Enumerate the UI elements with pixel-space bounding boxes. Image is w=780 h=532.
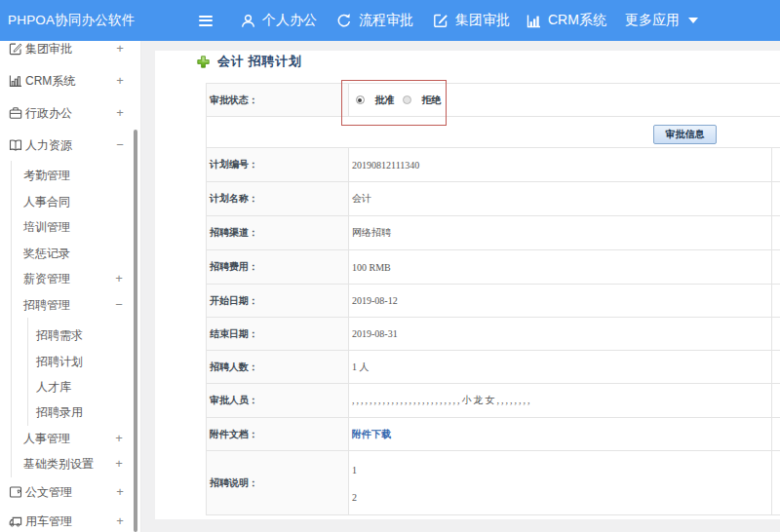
form-row-attachment: 附件文档： 附件下载 [207,418,780,451]
sidebar-item-label: 招聘需求 [36,327,83,343]
sidebar-item-label: 薪资管理 [23,271,70,286]
sidebar-item-label: 人才库 [36,379,71,395]
table-cell-empty [772,451,780,515]
sidebar-scrollbar-thumb[interactable] [134,130,137,532]
field-label: 招聘费用： [207,250,349,285]
submenu-recruit: 招聘需求 招聘计划 人才库 招聘录用 [27,318,140,426]
collapse-toggle[interactable]: − [114,137,126,153]
field-value: 2019-08-12 [349,285,772,318]
field-label: 审批人员： [207,384,349,418]
sidebar-item-label: 招聘录用 [36,404,83,420]
expand-toggle[interactable]: + [113,456,125,472]
sidebar-menu: 集团审批 + CRM系统 + 行政办公 + 人 [0,41,141,532]
sidebar-menu-list: 集团审批 + CRM系统 + 行政办公 + 人 [0,41,140,532]
table-cell-empty [772,182,780,216]
nav-label: 更多应用 [625,12,680,29]
form-row-description: 招聘说明： 1 2 [207,451,780,515]
radio-approve[interactable] [356,95,365,104]
sidebar-item-label: CRM系统 [25,73,75,89]
table-cell-empty [772,384,780,418]
nav-crm-system[interactable]: CRM系统 [526,0,606,41]
sidebar-item-label: 培训管理 [23,219,70,235]
table-cell-empty [772,351,780,384]
sidebar-item-recruit-mgmt[interactable]: 招聘管理− [12,292,140,319]
cycle-icon [336,13,352,28]
expand-toggle[interactable]: + [114,484,126,500]
table-cell-empty [772,318,780,351]
approval-status-cell: 批准 拒绝 [349,84,780,117]
detail-form-table: 审批状态： 批准 拒绝 审批信息 计划编号： 20190812111340 计划… [206,83,780,515]
sidebar-item-label: 集团审批 [25,41,72,57]
briefcase-icon [9,106,22,120]
attachment-download-link[interactable]: 附件下载 [352,429,391,439]
sidebar-item-documents[interactable]: 公文管理 + [0,477,140,507]
menu-toggle-icon[interactable] [199,16,213,26]
table-cell-empty [772,216,780,250]
radio-reject-label: 拒绝 [422,94,442,107]
radio-reject[interactable] [403,95,411,104]
field-label: 附件文档： [207,418,349,451]
field-label: 开始日期： [207,285,349,318]
field-label: 招聘说明： [207,451,349,515]
sidebar-item-attendance[interactable]: 考勤管理 [12,163,140,189]
sidebar-item-recruit-hire[interactable]: 招聘录用 [28,399,140,425]
sidebar-item-training[interactable]: 培训管理 [12,214,140,241]
table-cell-empty [772,148,780,182]
form-row-recruit-channel: 招聘渠道： 网络招聘 [207,216,780,250]
form-row-start-date: 开始日期： 2019-08-12 [207,285,780,318]
sidebar-item-hr-contract[interactable]: 人事合同 [12,189,140,215]
expand-toggle[interactable]: + [113,431,125,446]
field-label: 审批状态： [207,84,349,117]
sidebar-item-label: 人力资源 [25,137,72,153]
sidebar-item-label: 人事管理 [23,431,70,446]
sidebar-item-label: 奖惩记录 [23,246,70,261]
expand-toggle[interactable]: + [114,73,126,89]
sidebar-item-talent-pool[interactable]: 人才库 [28,374,140,399]
sidebar-item-hr[interactable]: 人力资源 − [0,129,140,161]
form-row-recruit-cost: 招聘费用： 100 RMB [207,250,780,285]
sidebar-item-label: 考勤管理 [23,168,70,183]
expand-toggle[interactable]: + [114,41,126,57]
expand-toggle[interactable]: + [114,105,126,121]
button-row-cell: 审批信息 [207,117,780,148]
form-row-plan-name: 计划名称： 会计 [207,182,780,216]
sidebar-item-rewards[interactable]: 奖惩记录 [12,241,140,267]
collapse-toggle[interactable]: − [113,297,125,313]
sidebar-item-recruit-need[interactable]: 招聘需求 [28,323,140,348]
field-label: 招聘人数： [207,351,349,384]
nav-personal-office[interactable]: 个人办公 [241,0,317,41]
top-navbar: PHPOA协同办公软件 个人办公 流程审批 集团审批 CRM系统 [0,0,780,41]
approval-info-button[interactable]: 审批信息 [653,125,717,144]
sidebar-item-label: 行政办公 [25,105,72,121]
sidebar-item-admin-office[interactable]: 行政办公 + [0,96,140,129]
bar-chart-icon [9,74,22,88]
sidebar-item-personnel[interactable]: 人事管理+ [12,426,140,452]
sidebar-item-label: 招聘计划 [36,354,83,369]
form-row-approval-status: 审批状态： 批准 拒绝 [207,84,780,117]
field-value: 2019-08-31 [349,318,772,351]
field-value: 网络招聘 [349,216,772,250]
sidebar-item-label: 公文管理 [25,484,72,500]
form-row-end-date: 结束日期： 2019-08-31 [207,318,780,351]
field-value: ,,,,,,,,,,,,,,,,,,,,,,,,,小龙女,,,,,,,, [349,384,772,418]
document-icon [9,485,22,499]
nav-group-approval[interactable]: 集团审批 [433,0,510,41]
caret-down-icon [688,18,698,23]
sidebar-item-salary[interactable]: 薪资管理+ [12,266,140,292]
field-value: 会计 [349,182,772,216]
sidebar-item-vehicle[interactable]: 用车管理 + [0,507,140,532]
nav-workflow-approval[interactable]: 流程审批 [336,0,413,41]
expand-toggle[interactable]: + [113,271,125,286]
sidebar-item-base-category[interactable]: 基础类别设置+ [12,451,140,477]
sidebar-item-label: 基础类别设置 [23,456,94,472]
nav-more-apps[interactable]: 更多应用 [625,0,698,41]
table-cell-empty [772,285,780,318]
expand-toggle[interactable]: + [114,513,126,529]
book-icon [9,138,22,152]
sidebar-item-recruit-plan[interactable]: 招聘计划 [28,348,140,373]
submenu-hr: 考勤管理 人事合同 培训管理 奖惩记录 薪资管理+ 招聘管理− 招聘需求 招聘计… [11,161,140,477]
nav-label: 集团审批 [455,12,510,29]
sidebar-item-group-approval[interactable]: 集团审批 + [0,41,140,64]
sidebar-item-crm[interactable]: CRM系统 + [0,64,140,96]
field-value: 1 2 [349,451,772,515]
